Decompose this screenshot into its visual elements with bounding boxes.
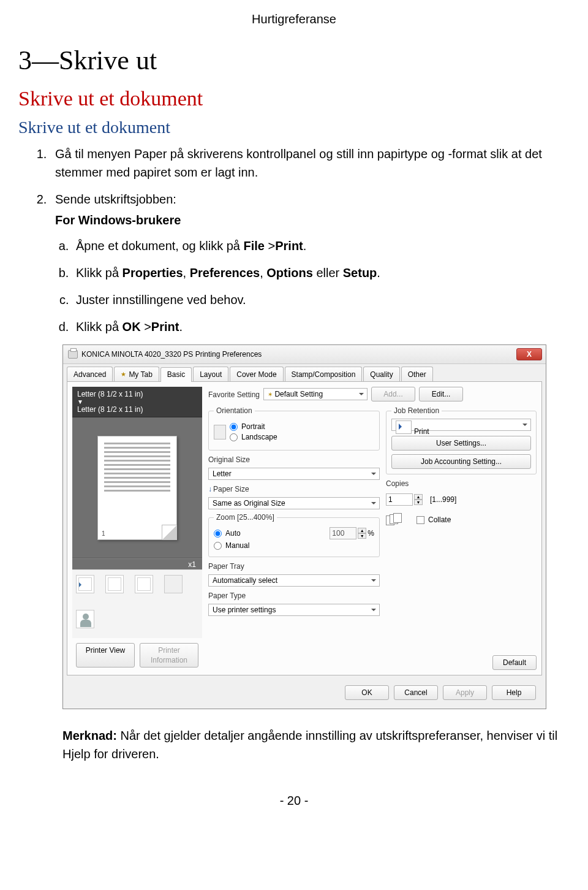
printer-icon — [68, 350, 78, 359]
preview-header: Letter (8 1/2 x 11 in) ▼ Letter (8 1/2 x… — [72, 387, 202, 417]
windows-heading: For Windows-brukere — [55, 211, 564, 229]
txt: . — [303, 239, 307, 253]
txt-bold: Print — [275, 239, 303, 253]
zoom-panel: Zoom [25...400%] Auto ▲▼ % Manual — [208, 513, 380, 557]
portrait-radio[interactable] — [230, 423, 238, 431]
orientation-panel: Orientation Portrait Landscape — [208, 406, 380, 451]
dialog-title: KONICA MINOLTA 4020_3320 PS Printing Pre… — [81, 350, 262, 359]
blank-icon[interactable] — [164, 575, 183, 593]
tab-stamp[interactable]: Stamp/Composition — [285, 367, 363, 381]
txt: > — [265, 239, 275, 253]
user-settings-button[interactable]: User Settings... — [391, 436, 531, 451]
layout-icon[interactable] — [76, 575, 94, 593]
paper-size-label: Paper Size — [213, 485, 249, 493]
print-icon — [396, 420, 412, 434]
landscape-label: Landscape — [241, 433, 277, 441]
add-button[interactable]: Add... — [371, 387, 415, 401]
collate-checkbox[interactable] — [417, 516, 424, 524]
original-size-label: Original Size — [208, 455, 380, 464]
spin-down[interactable]: ▼ — [358, 533, 366, 539]
tab-basic[interactable]: Basic — [160, 367, 192, 382]
txt: Klikk på — [76, 266, 123, 280]
paper-size-combo[interactable]: Same as Original Size — [208, 497, 380, 509]
tab-covermode[interactable]: Cover Mode — [230, 367, 283, 381]
user-icon[interactable] — [76, 610, 94, 628]
tab-other[interactable]: Other — [401, 367, 433, 381]
list-item: Klikk på OK >Print. — [72, 318, 564, 336]
txt: , — [183, 266, 190, 280]
tab-mytab[interactable]: ★My Tab — [114, 367, 159, 381]
edit-button[interactable]: Edit... — [419, 387, 463, 401]
tab-quality[interactable]: Quality — [363, 367, 399, 381]
size-line2: Letter (8 1/2 x 11 in) — [77, 405, 197, 414]
tab-strip: Advanced ★My Tab Basic Layout Cover Mode… — [63, 364, 546, 381]
job-accounting-button[interactable]: Job Accounting Setting... — [391, 454, 531, 469]
spin-up[interactable]: ▲ — [414, 494, 423, 500]
note: Merknad: Når det gjelder detaljer angåen… — [62, 726, 570, 763]
printer-view-button[interactable]: Printer View — [76, 643, 135, 668]
txt: . — [377, 266, 380, 280]
txt: , — [260, 266, 266, 280]
pct-label: % — [368, 529, 374, 538]
txt-bold: Properties — [123, 266, 183, 280]
tab-label: My Tab — [129, 370, 152, 379]
job-legend: Job Retention — [391, 406, 442, 415]
zoom-manual-radio[interactable] — [214, 542, 222, 550]
copies-range: [1...999] — [430, 495, 456, 504]
subsection-title: Skrive ut et dokument — [18, 118, 570, 137]
titlebar[interactable]: KONICA MINOLTA 4020_3320 PS Printing Pre… — [63, 345, 546, 364]
default-button[interactable]: Default — [492, 655, 537, 670]
paper-tray-combo[interactable]: Automatically select — [208, 574, 380, 587]
txt: Åpne et dokument, og klikk på — [76, 239, 244, 253]
paper-type-combo[interactable]: Use printer settings — [208, 604, 380, 616]
tab-advanced[interactable]: Advanced — [67, 367, 113, 381]
tab-layout[interactable]: Layout — [193, 367, 228, 381]
cancel-button[interactable]: Cancel — [394, 685, 438, 700]
spin-down[interactable]: ▼ — [414, 500, 423, 505]
doc-icon-2[interactable] — [135, 575, 153, 593]
size-line1: Letter (8 1/2 x 11 in) — [77, 390, 197, 398]
ok-button[interactable]: OK — [345, 685, 389, 700]
zoom-manual-label: Manual — [225, 541, 249, 550]
orientation-legend: Orientation — [214, 406, 255, 415]
star-icon: ★ — [121, 370, 126, 379]
paper-tray-label: Paper Tray — [208, 562, 380, 571]
txt-bold: OK — [123, 320, 141, 333]
paper-type-label: Paper Type — [208, 591, 380, 600]
preferences-dialog: KONICA MINOLTA 4020_3320 PS Printing Pre… — [62, 344, 546, 709]
zoom-input[interactable] — [330, 527, 356, 539]
list-item: Klikk på Properties, Preferences, Option… — [72, 264, 564, 282]
job-retention-combo[interactable]: Print — [391, 419, 531, 431]
job-retention-panel: Job Retention Print User Settings... Job… — [386, 406, 537, 474]
printer-info-button[interactable]: Printer Information — [140, 643, 198, 668]
spin-up[interactable]: ▲ — [358, 528, 366, 533]
apply-button[interactable]: Apply — [443, 685, 487, 700]
step2-text: Sende utskriftsjobben: — [55, 192, 176, 206]
section-title: Skrive ut et dokument — [18, 87, 570, 110]
favorite-value: Default Setting — [274, 390, 323, 398]
original-size-combo[interactable]: Letter — [208, 468, 380, 480]
txt: eller — [313, 266, 343, 280]
job-value: Print — [414, 427, 429, 436]
txt: . — [179, 320, 183, 333]
portrait-label: Portrait — [241, 422, 265, 431]
txt: Klikk på — [76, 320, 123, 333]
page-number: 1 — [102, 530, 105, 537]
favorite-label: Favorite Setting — [208, 390, 260, 399]
copies-input[interactable] — [386, 493, 413, 506]
help-button[interactable]: Help — [492, 685, 536, 700]
note-text: Når det gjelder detaljer angående innsti… — [62, 729, 557, 761]
zoom-legend: Zoom [25...400%] — [214, 513, 277, 522]
zoom-auto-label: Auto — [225, 529, 241, 538]
favorite-combo[interactable]: ✶ Default Setting — [263, 388, 368, 400]
preview-footer: x1 — [72, 558, 202, 569]
zoom-auto-radio[interactable] — [214, 530, 222, 538]
close-button[interactable]: X — [516, 348, 542, 360]
txt-bold: File — [244, 239, 265, 253]
txt-bold: Preferences — [190, 266, 260, 280]
list-item: Gå til menyen Paper på skriverens kontro… — [50, 145, 564, 181]
page-header: Hurtigreferanse — [18, 12, 570, 26]
collate-icon — [386, 513, 402, 527]
landscape-radio[interactable] — [230, 433, 238, 441]
doc-icon[interactable] — [105, 575, 124, 593]
